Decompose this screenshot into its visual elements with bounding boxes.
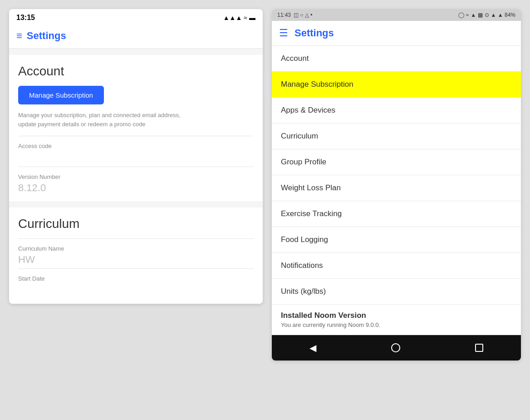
wifi-icon: ≈ [244, 14, 247, 21]
menu-item-installed-version: Installed Noom Version You are currently… [272, 305, 521, 335]
nav-home-button[interactable] [391, 343, 400, 352]
signal-icon-right: ▲ [471, 12, 476, 18]
installed-version-title: Installed Noom Version [281, 311, 512, 320]
navigation-bar: ◀ [272, 335, 521, 361]
settings-filter-icon: ≡ [16, 30, 22, 42]
battery-right: ▩ [478, 12, 483, 18]
status-bar-right: 11:43 ◫ ○ △ • ◯ ≈ ▲ ▩ ⊙ ▲ ▲ 84% [272, 9, 521, 21]
phone-left: 13:15 ▲▲▲ ≈ ▬ ≡ Settings Account Manage … [9, 9, 263, 304]
hamburger-menu-icon[interactable]: ☰ [279, 27, 288, 39]
curriculum-name-value: HW [18, 254, 254, 266]
start-date-field: Start Date [18, 268, 254, 299]
access-code-field: Access code [18, 136, 254, 167]
installed-version-subtitle: You are currently running Noom 9.0.0. [281, 321, 512, 328]
status-right-icons: ◯ ≈ ▲ ▩ ⊙ ▲ ▲ 84% [458, 12, 515, 18]
curriculum-title: Curriculum [18, 217, 254, 231]
curriculum-name-field: Curriculum Name HW [18, 238, 254, 268]
subscription-description: Manage your subscription, plan and conne… [18, 111, 200, 128]
menu-item-manage-subscription[interactable]: Manage Subscription [272, 72, 521, 98]
status-left-icons: 11:43 ◫ ○ △ • [277, 12, 312, 18]
start-date-value[interactable] [18, 284, 254, 296]
version-label: Version Number [18, 173, 254, 180]
menu-item-exercise-tracking[interactable]: Exercise Tracking [272, 201, 521, 227]
battery-percent: ⊙ ▲ ▲ 84% [485, 12, 515, 18]
alarm-icon: ◯ [458, 12, 464, 18]
section-divider-top [9, 49, 263, 55]
version-field: Version Number 8.12.0 [18, 167, 254, 197]
battery-icon: ▬ [249, 14, 255, 21]
start-date-label: Start Date [18, 275, 254, 282]
app-header-right: ☰ Settings [272, 21, 521, 46]
curriculum-section: Curriculum Curriculum Name HW Start Date [9, 208, 263, 304]
nav-recent-button[interactable] [475, 344, 483, 352]
menu-item-apps-devices[interactable]: Apps & Devices [272, 98, 521, 124]
account-section: Account Manage Subscription Manage your … [9, 55, 263, 201]
menu-item-weight-loss-plan[interactable]: Weight Loss Plan [272, 175, 521, 201]
version-value: 8.12.0 [18, 182, 254, 194]
menu-item-units[interactable]: Units (kg/lbs) [272, 279, 521, 305]
access-code-value[interactable] [18, 151, 254, 164]
curriculum-name-label: Curriculum Name [18, 245, 254, 252]
app-title-right: Settings [294, 27, 334, 39]
app-title-left: Settings [27, 30, 66, 42]
menu-item-group-profile[interactable]: Group Profile [272, 149, 521, 175]
phone-right: 11:43 ◫ ○ △ • ◯ ≈ ▲ ▩ ⊙ ▲ ▲ 84% ☰ Settin… [272, 9, 521, 361]
menu-item-notifications[interactable]: Notifications [272, 253, 521, 279]
nav-back-button[interactable]: ◀ [309, 342, 316, 353]
time-right: 11:43 [277, 12, 291, 18]
menu-item-food-logging[interactable]: Food Logging [272, 227, 521, 253]
wifi-icon-right: ≈ [466, 12, 469, 18]
menu-item-curriculum[interactable]: Curriculum [272, 124, 521, 149]
status-left-icons-right: ◫ ○ △ • [294, 12, 312, 18]
section-divider-middle [9, 201, 263, 208]
status-icons-left: ▲▲▲ ≈ ▬ [223, 14, 255, 21]
access-code-label: Access code [18, 143, 254, 149]
settings-menu-list: Account Manage Subscription Apps & Devic… [272, 46, 521, 335]
manage-subscription-button[interactable]: Manage Subscription [18, 86, 104, 104]
status-time: 13:15 [16, 14, 35, 22]
app-header-left: ≡ Settings [9, 25, 263, 49]
status-bar-left: 13:15 ▲▲▲ ≈ ▬ [9, 9, 263, 25]
account-title: Account [18, 64, 254, 79]
menu-item-account[interactable]: Account [272, 46, 521, 72]
signal-icon: ▲▲▲ [223, 14, 242, 21]
